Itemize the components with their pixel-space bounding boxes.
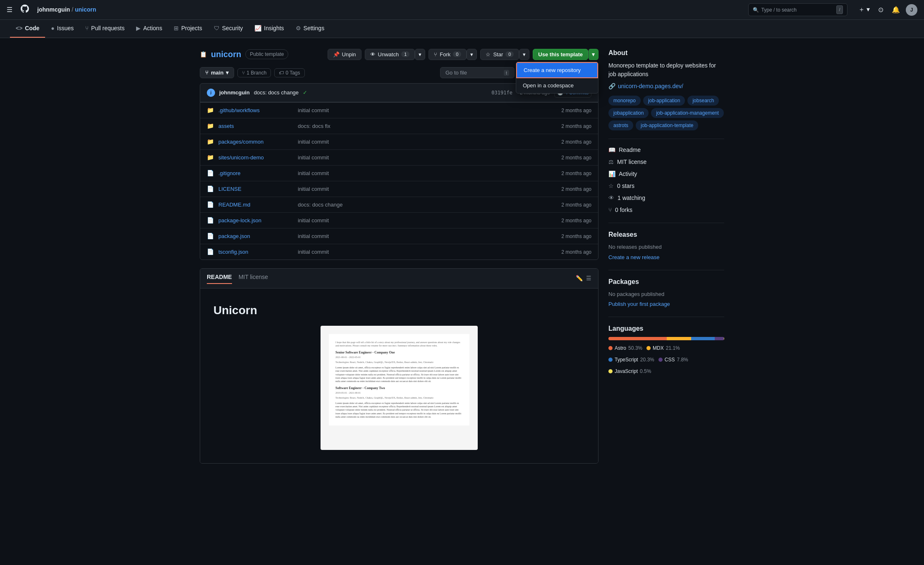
search-bar[interactable]: 🔍 Type / to search /	[748, 3, 847, 16]
star-caret[interactable]: ▾	[519, 49, 529, 60]
stars-item[interactable]: ☆ 0 stars	[608, 182, 724, 190]
tab-security[interactable]: 🛡 Security	[208, 20, 249, 38]
lang-dot	[608, 358, 613, 362]
template-caret[interactable]: ▾	[588, 49, 598, 60]
github-logo[interactable]	[21, 4, 29, 16]
tag-item[interactable]: job-application-management	[651, 108, 723, 118]
go-to-file-button[interactable]: Go to file t	[440, 67, 515, 78]
watch-button[interactable]: 👁 Unwatch 1	[365, 49, 415, 60]
tag-item[interactable]: astrots	[608, 120, 633, 130]
repo-icon: 📋	[200, 50, 207, 59]
notifications-button[interactable]: 🔔	[889, 3, 902, 16]
file-name[interactable]: LICENSE	[218, 185, 293, 193]
license-link[interactable]: ⚖ MIT license	[608, 158, 724, 166]
create-repo-option[interactable]: Create a new repository	[516, 62, 598, 79]
create-release-link[interactable]: Create a new release	[608, 254, 660, 260]
menu-icon[interactable]: ☰	[586, 274, 591, 283]
sidebar-divider-2	[608, 223, 724, 223]
file-time: 2 months ago	[561, 138, 591, 146]
languages-section: Languages Astro 50.3% MDX 21.1% TypeScri…	[608, 324, 724, 375]
tag-item[interactable]: jobapplication	[608, 108, 649, 118]
file-name[interactable]: packages/common	[218, 138, 293, 146]
file-name[interactable]: .github/workflows	[218, 106, 293, 115]
file-name[interactable]: sites/unicorn-demo	[218, 154, 293, 162]
file-type-icon: 📄	[207, 185, 213, 193]
slash-kbd: /	[836, 5, 843, 14]
tags-icon: 🏷	[279, 70, 284, 76]
lang-percent: 50.3%	[628, 344, 642, 352]
tab-code[interactable]: <> Code	[10, 20, 45, 38]
readme-body: Unicorn I hope that this page will tell …	[200, 289, 598, 463]
create-button[interactable]: ＋ ▾	[856, 3, 872, 17]
edit-icon[interactable]: ✏️	[576, 274, 583, 283]
lang-legend-item[interactable]: Astro 50.3%	[608, 344, 642, 352]
file-name[interactable]: assets	[218, 122, 293, 130]
repo-title[interactable]: unicorn	[211, 48, 241, 60]
file-time: 2 months ago	[561, 248, 591, 256]
tag-item[interactable]: job-application	[643, 96, 685, 106]
about-description: Monorepo template to deploy websites for…	[608, 61, 724, 79]
lang-legend-item[interactable]: MDX 21.1%	[646, 344, 680, 352]
lang-legend-item[interactable]: CSS 7.8%	[658, 356, 688, 363]
star-button[interactable]: ☆ Star 0	[480, 49, 519, 60]
tag-item[interactable]: monorepo	[608, 96, 641, 106]
breadcrumb-repo[interactable]: unicorn	[75, 5, 96, 14]
table-row: 📄 LICENSE initial commit 2 months ago	[200, 181, 598, 197]
readme-tab[interactable]: README	[207, 273, 232, 284]
readme-link[interactable]: 📖 Readme	[608, 146, 724, 154]
tag-item[interactable]: job-application-template	[636, 120, 698, 130]
tab-insights[interactable]: 📈 Insights	[249, 20, 290, 38]
file-commit: initial commit	[298, 185, 556, 193]
pin-button[interactable]: 📌 Unpin	[328, 49, 361, 60]
file-name[interactable]: package-lock.json	[218, 216, 293, 225]
avatar[interactable]: J	[906, 4, 917, 16]
watching-item[interactable]: 👁 1 watching	[608, 194, 724, 202]
tab-actions[interactable]: ▶ Actions	[130, 20, 168, 38]
readme-header: README MIT license ✏️ ☰	[200, 269, 598, 289]
file-commit: initial commit	[298, 248, 556, 256]
watch-caret[interactable]: ▾	[415, 49, 425, 60]
breadcrumb-user[interactable]: johnmcguin	[37, 5, 70, 14]
language-bar	[608, 337, 724, 340]
commit-hash[interactable]: 03191fe	[491, 89, 512, 96]
table-row: 📁 .github/workflows initial commit 2 mon…	[200, 103, 598, 118]
branches-button[interactable]: ⑂ 1 Branch	[237, 68, 271, 77]
fork-button[interactable]: ⑂ Fork 0	[428, 49, 467, 60]
tab-projects[interactable]: ⊞ Projects	[168, 20, 208, 38]
pin-icon: 📌	[333, 51, 340, 58]
tab-issues[interactable]: ● Issues	[45, 20, 79, 38]
lang-dot	[658, 358, 663, 362]
table-row: 📄 README.md docs: docs change 2 months a…	[200, 197, 598, 213]
use-template-button[interactable]: Use this template	[533, 49, 588, 60]
lang-legend-item[interactable]: TypeScript 20.3%	[608, 356, 654, 363]
tag-item[interactable]: jobsearch	[687, 96, 719, 106]
forks-item[interactable]: ⑂ 0 forks	[608, 206, 724, 214]
breadcrumb: johnmcguin / unicorn	[37, 5, 96, 14]
tab-pull-requests[interactable]: ⑂ Pull requests	[79, 20, 130, 38]
file-name[interactable]: .gitignore	[218, 169, 293, 178]
hamburger-menu[interactable]: ☰	[7, 5, 12, 15]
action-buttons: 📌 Unpin 👁 Unwatch 1 ▾ ⑂ Fork 0	[328, 49, 598, 60]
tab-settings[interactable]: ⚙ Settings	[290, 20, 330, 38]
search-icon: 🔍	[753, 6, 759, 14]
commit-author[interactable]: johnmcguin	[219, 89, 250, 97]
website-link[interactable]: 🔗 unicorn-demo.pages.dev/	[608, 82, 724, 91]
open-codespace-option[interactable]: Open in a codespace	[516, 78, 598, 93]
license-tab[interactable]: MIT license	[239, 273, 268, 284]
file-commit: docs: docs fix	[298, 122, 556, 130]
commit-avatar: j	[207, 89, 215, 97]
branch-icon: ⑂	[205, 70, 208, 76]
publish-package-link[interactable]: Publish your first package	[608, 301, 670, 307]
file-name[interactable]: tsconfig.json	[218, 248, 293, 256]
file-name[interactable]: README.md	[218, 201, 293, 209]
activity-link[interactable]: 📊 Activity	[608, 170, 724, 178]
tags-button[interactable]: 🏷 0 Tags	[274, 68, 304, 77]
fork-caret[interactable]: ▾	[467, 49, 477, 60]
lang-legend-item[interactable]: JavaScript 0.5%	[608, 368, 651, 375]
watch-group: 👁 Unwatch 1 ▾	[365, 49, 426, 60]
file-name[interactable]: package.json	[218, 232, 293, 240]
branch-selector[interactable]: ⑂ main ▾	[200, 67, 234, 78]
file-commit: initial commit	[298, 169, 556, 178]
search-placeholder: Type / to search	[761, 6, 797, 14]
issues-button[interactable]: ⊙	[876, 3, 886, 16]
